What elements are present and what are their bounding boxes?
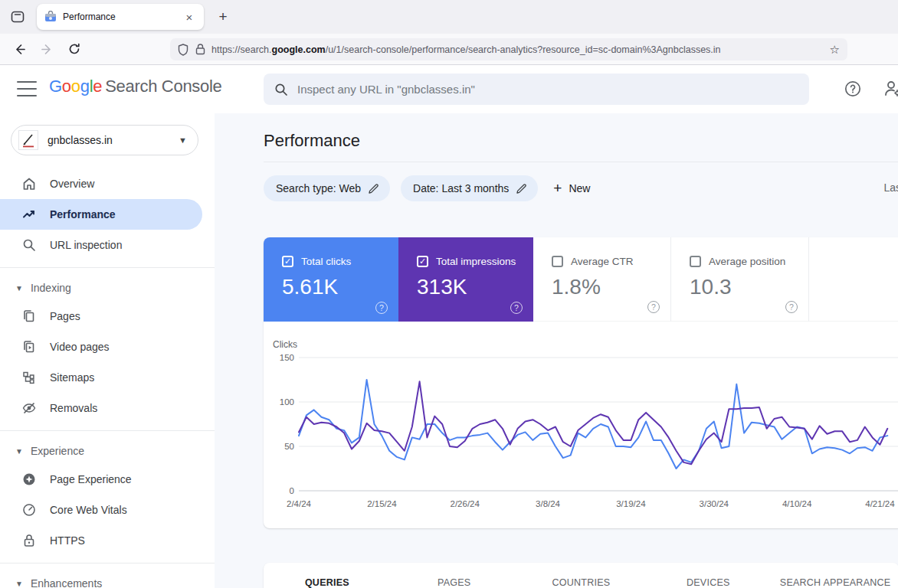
section-label: Enhancements (31, 577, 102, 588)
firefox-view-icon[interactable] (6, 5, 29, 28)
section-label: Indexing (31, 282, 71, 294)
sidebar-item-page-experience[interactable]: Page Experience (0, 464, 215, 495)
tab-close-icon[interactable]: × (181, 8, 198, 25)
new-tab-button[interactable]: + (213, 7, 233, 27)
section-experience[interactable]: ▼ Experience (0, 438, 215, 464)
sidebar-item-label: Performance (50, 208, 116, 220)
browser-toolbar: https://search.google.com/u/1/search-con… (0, 34, 898, 65)
card-label: Total clicks (301, 256, 351, 267)
card-total-impressions[interactable]: ✓ Total impressions 313K ? (398, 237, 533, 322)
checkbox-unchecked-icon[interactable] (690, 256, 701, 267)
lock-icon (21, 533, 37, 548)
tab-devices[interactable]: DEVICES (644, 577, 772, 588)
chip-label: Date: Last 3 months (413, 182, 509, 194)
browser-tab[interactable]: Performance × (37, 4, 204, 30)
tab-search-appearance[interactable]: SEARCH APPEARANCE (772, 577, 898, 588)
search-input[interactable] (297, 83, 798, 96)
trending-up-icon (21, 207, 37, 222)
svg-text:3/8/24: 3/8/24 (536, 499, 561, 508)
filter-bar: Search type: Web Date: Last 3 months + N… (264, 175, 898, 201)
gsc-logo[interactable]: GoogleSearch Console (49, 77, 222, 96)
main-content: Performance Search type: Web Date: Last … (215, 113, 898, 588)
sidebar-item-label: Page Experience (50, 473, 132, 485)
checkbox-unchecked-icon[interactable] (552, 256, 563, 267)
tab-title: Performance (63, 11, 181, 22)
divider (0, 563, 215, 564)
section-indexing[interactable]: ▼ Indexing (0, 275, 215, 301)
video-page-icon (21, 339, 37, 354)
sidebar-item-removals[interactable]: Removals (0, 393, 215, 423)
menu-icon[interactable] (17, 81, 37, 96)
collapse-arrow-icon: ▼ (15, 284, 23, 292)
help-icon[interactable] (843, 79, 863, 99)
svg-text:4/10/24: 4/10/24 (782, 499, 812, 508)
filter-chip-date[interactable]: Date: Last 3 months (401, 175, 538, 201)
pencil-icon (368, 183, 379, 194)
page-title: Performance (264, 131, 360, 151)
bookmark-star-icon[interactable]: ☆ (830, 43, 840, 57)
sidebar-item-https[interactable]: HTTPS (0, 525, 215, 556)
back-icon[interactable] (8, 38, 31, 60)
sidebar-item-core-web-vitals[interactable]: Core Web Vitals (0, 495, 215, 525)
card-label: Average position (709, 256, 785, 267)
url-text: https://search.google.com/u/1/search-con… (211, 44, 830, 55)
lock-icon[interactable] (195, 44, 205, 55)
logo-suffix: Search Console (105, 77, 221, 96)
account-settings-icon[interactable] (883, 79, 898, 99)
sidebar-item-label: Sitemaps (50, 371, 94, 384)
sidebar-item-pages[interactable]: Pages (0, 301, 215, 332)
sidebar-item-video-pages[interactable]: Video pages (0, 332, 215, 362)
sidebar-item-performance[interactable]: Performance (0, 199, 202, 230)
svg-text:0: 0 (290, 486, 294, 495)
card-value: 1.8% (552, 275, 670, 299)
metric-cards: ✓ Total clicks 5.61K ? ✓ Total impressio… (264, 237, 898, 322)
card-average-ctr[interactable]: Average CTR 1.8% ? (533, 237, 671, 322)
section-enhancements[interactable]: ▼ Enhancements (0, 570, 215, 588)
sidebar-item-label: URL inspection (50, 239, 122, 251)
svg-text:2/15/24: 2/15/24 (367, 499, 397, 508)
card-average-position[interactable]: Average position 10.3 ? (671, 237, 809, 322)
svg-text:2/4/24: 2/4/24 (287, 499, 312, 508)
checkbox-checked-icon[interactable]: ✓ (282, 256, 293, 267)
reload-icon[interactable] (63, 38, 86, 60)
svg-text:3/19/24: 3/19/24 (616, 499, 646, 508)
property-selector[interactable]: gnbclasses.in ▼ (11, 125, 198, 155)
filter-chip-search-type[interactable]: Search type: Web (264, 175, 390, 201)
checkbox-checked-icon[interactable]: ✓ (417, 256, 428, 267)
sidebar-item-sitemaps[interactable]: Sitemaps (0, 362, 215, 393)
help-icon[interactable]: ? (375, 302, 388, 314)
url-bar[interactable]: https://search.google.com/u/1/search-con… (170, 38, 847, 60)
help-icon[interactable]: ? (647, 301, 660, 313)
collapse-arrow-icon: ▼ (15, 580, 23, 588)
browser-tab-bar: Performance × + (0, 0, 898, 34)
chip-label: Search type: Web (276, 182, 361, 194)
svg-text:150: 150 (280, 353, 294, 362)
eye-off-icon (21, 400, 37, 416)
divider (0, 267, 215, 268)
help-icon[interactable]: ? (785, 301, 798, 313)
shield-icon[interactable] (178, 44, 188, 56)
magnifier-icon (21, 237, 37, 253)
new-filter-button[interactable]: + New (553, 180, 590, 197)
performance-chart[interactable]: 050100150Clicks2/4/242/15/242/26/243/8/2… (264, 333, 898, 528)
sidebar-item-url-inspection[interactable]: URL inspection (0, 230, 215, 260)
tab-pages[interactable]: PAGES (391, 577, 518, 588)
search-icon (274, 83, 288, 96)
url-inspect-searchbox[interactable] (264, 74, 809, 105)
performance-panel: ✓ Total clicks 5.61K ? ✓ Total impressio… (264, 237, 898, 528)
sidebar-item-overview[interactable]: Overview (0, 168, 215, 199)
svg-text:Clicks: Clicks (273, 339, 297, 350)
tab-countries[interactable]: COUNTRIES (518, 577, 645, 588)
tab-queries[interactable]: QUERIES (264, 577, 391, 588)
pages-icon (21, 309, 37, 324)
divider (0, 430, 215, 431)
card-label: Total impressions (436, 256, 516, 267)
collapse-arrow-icon: ▼ (15, 447, 23, 456)
help-icon[interactable]: ? (510, 302, 523, 314)
card-total-clicks[interactable]: ✓ Total clicks 5.61K ? (264, 237, 398, 322)
sidebar-item-label: Core Web Vitals (50, 504, 127, 516)
svg-text:2/26/24: 2/26/24 (451, 499, 480, 508)
google-wordmark: Google (49, 77, 102, 96)
sidebar-item-label: Overview (50, 178, 94, 190)
forward-icon[interactable] (35, 38, 58, 60)
